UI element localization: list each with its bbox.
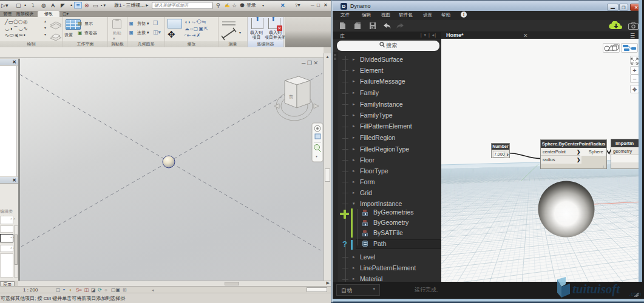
svg-text:─ ❐ ✕: ─ ❐ ✕ bbox=[301, 60, 318, 66]
svg-text:▾: ▾ bbox=[316, 155, 317, 158]
svg-text:tuituisoft: tuituisoft bbox=[572, 282, 620, 296]
svg-text:前: 前 bbox=[289, 95, 293, 99]
